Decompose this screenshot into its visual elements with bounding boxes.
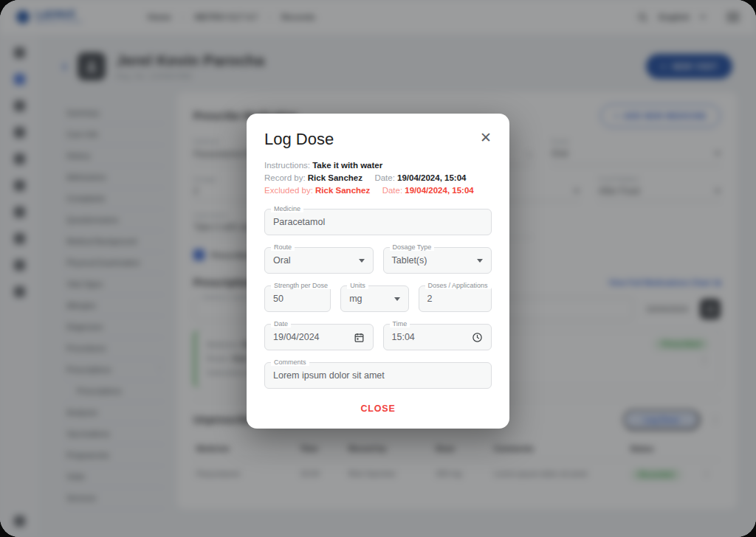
modal-title: Log Dose — [264, 130, 334, 149]
chevron-down-icon — [394, 297, 400, 301]
excluded-by-label: Excluded by: — [264, 186, 313, 195]
record-date-label: Date: — [374, 173, 395, 182]
excluded-date-value: 19/04/2024, 15:04 — [405, 186, 473, 195]
route-select[interactable]: Route Oral — [264, 247, 374, 274]
clock-icon[interactable] — [472, 332, 483, 343]
record-date-value: 19/04/2024, 15:04 — [397, 173, 466, 182]
medicine-input[interactable]: Medicine Paracetamol — [264, 209, 492, 235]
chevron-down-icon — [477, 259, 483, 263]
modal-info: Instructions: Take it with water Record … — [264, 159, 492, 197]
chevron-down-icon — [359, 259, 365, 263]
log-dose-modal: Log Dose ✕ Instructions: Take it with wa… — [247, 114, 509, 429]
units-select[interactable]: Units mg — [340, 285, 408, 312]
strength-per-dose-input[interactable]: Strength per Dose 50 — [264, 285, 331, 312]
record-by-label: Record by: — [264, 173, 306, 182]
excluded-date-label: Date: — [382, 186, 403, 195]
calendar-icon[interactable] — [354, 332, 365, 343]
instructions-label: Instructions: — [264, 161, 310, 170]
dosage-type-select[interactable]: Dosage Type Tablet(s) — [383, 247, 492, 274]
app-window: LabWell MEDICAL SYSTEM Home METRO CLT 4.… — [0, 0, 756, 537]
instructions-value: Take it with water — [312, 161, 382, 170]
record-by-value: Rick Sanchez — [308, 173, 362, 182]
comments-input[interactable]: Comments Lorem ipsum dolor sit amet — [264, 362, 492, 389]
excluded-by-value: Rick Sanchez — [315, 186, 370, 195]
close-button[interactable]: CLOSE — [360, 403, 395, 414]
time-input[interactable]: Time 15:04 — [383, 324, 492, 350]
close-icon[interactable]: ✕ — [480, 130, 492, 146]
date-input[interactable]: Date 19/04/2024 — [264, 324, 374, 350]
doses-applications-input[interactable]: Doses / Applications 2 — [419, 285, 492, 312]
